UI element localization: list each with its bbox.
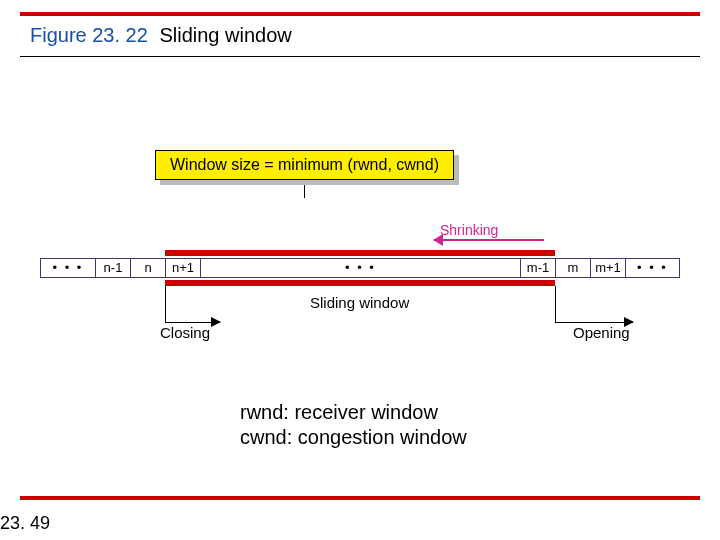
formula-block: Window size = minimum (rwnd, cwnd) [155,150,454,198]
opening-label: Opening [573,324,630,341]
window-top-bar [165,250,555,256]
cell-n-plus-1: n+1 [165,258,200,278]
cell-m: m [555,258,590,278]
shrinking-arrow-icon [434,239,544,241]
figure-title: Figure 23. 22 Sliding window [30,24,292,47]
top-accent-rule [20,12,700,16]
closing-arrow-icon [165,322,220,323]
formula-shadow: Window size = minimum (rwnd, cwnd) [155,150,454,180]
bottom-accent-rule [20,496,700,500]
cell-ellipsis-right: • • • [625,258,680,278]
cell-ellipsis-mid: • • • [200,258,520,278]
sliding-window-label: Sliding window [310,294,409,311]
cell-ellipsis-left: • • • [40,258,95,278]
cwnd-definition: cwnd: congestion window [240,425,467,450]
opening-arrow-icon [555,322,633,323]
cell-m-plus-1: m+1 [590,258,625,278]
page-number: 23. 49 [0,513,50,534]
definitions-block: rwnd: receiver window cwnd: congestion w… [240,400,467,450]
figure-caption: Sliding window [159,24,291,46]
window-left-edge [165,286,166,322]
cell-m-minus-1: m-1 [520,258,555,278]
window-right-edge [555,286,556,322]
cell-n: n [130,258,165,278]
rwnd-definition: rwnd: receiver window [240,400,467,425]
cell-n-minus-1: n-1 [95,258,130,278]
closing-label: Closing [160,324,210,341]
title-underline [20,56,700,57]
byte-sequence-row: • • • n-1 n n+1 • • • m-1 m m+1 • • • [40,258,680,278]
shrinking-label: Shrinking [440,222,498,238]
window-bottom-bar [165,280,555,286]
figure-number: Figure 23. 22 [30,24,148,46]
formula-box: Window size = minimum (rwnd, cwnd) [155,150,454,180]
